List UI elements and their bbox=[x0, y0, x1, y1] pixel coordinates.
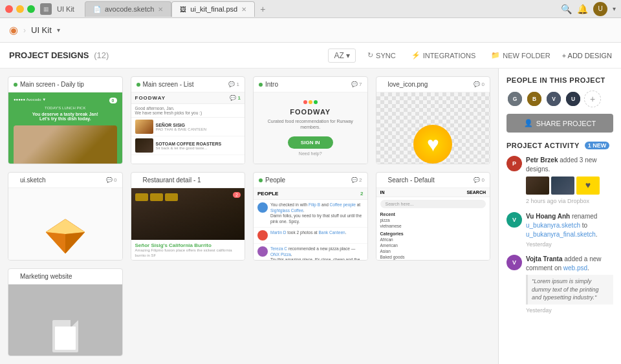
card-header: People 💬 2 bbox=[254, 173, 367, 188]
status-dot bbox=[14, 83, 17, 87]
designs-grid: Main screen - Daily tip ●●●●● Avocodo ▼ … bbox=[0, 69, 498, 364]
card-preview bbox=[8, 284, 122, 356]
sidebar: PEOPLE IN THIS PROJECT G B V U + 👤 SHARE… bbox=[498, 69, 621, 364]
status-dot bbox=[259, 178, 263, 182]
sync-button[interactable]: ↻ SYNC bbox=[364, 49, 400, 61]
activity-avatar-1: P bbox=[507, 156, 522, 171]
sub-toolbar: ◉ › UI Kit ▾ bbox=[0, 18, 621, 43]
svg-marker-1 bbox=[46, 219, 85, 234]
project-title: PROJECT DESIGNS (12) bbox=[9, 50, 109, 60]
card-label: love_icon.png bbox=[388, 81, 428, 88]
activity-item-3: V Vojta Tranta added a new comment on we… bbox=[507, 255, 613, 314]
integrations-button[interactable]: ⚡ INTEGRATIONS bbox=[408, 49, 480, 61]
card-label: Search - Default bbox=[388, 177, 435, 184]
card-preview: INSEARCH Search here... Recent pizza vie… bbox=[376, 188, 490, 260]
card-header: ui.sketch 💬 0 bbox=[8, 173, 122, 188]
comment-count: 💬 7 bbox=[351, 81, 362, 87]
add-design-button[interactable]: + ADD DESIGN bbox=[562, 52, 612, 59]
share-project-button[interactable]: 👤 SHARE PROJECT bbox=[507, 114, 613, 133]
status-dot bbox=[382, 178, 386, 182]
add-person-button[interactable]: + bbox=[584, 91, 601, 107]
comment-count: 💬 0 bbox=[106, 177, 117, 183]
activity-content-3: Vojta Tranta added a new comment on web.… bbox=[526, 255, 613, 314]
card-label: ui.sketch bbox=[20, 177, 45, 184]
design-card-people[interactable]: People 💬 2 PEOPLE 2 You checked in with … bbox=[253, 172, 368, 260]
status-dot bbox=[136, 178, 140, 182]
avatar-1: G bbox=[507, 91, 523, 107]
maximize-button[interactable] bbox=[27, 5, 35, 13]
activity-image-3: ♥ bbox=[576, 177, 600, 195]
user-dropdown-arrow[interactable]: ▾ bbox=[613, 5, 616, 12]
activity-link-3[interactable]: web.psd bbox=[563, 264, 587, 272]
card-header: Main screen - Daily tip bbox=[8, 77, 122, 92]
notifications-icon[interactable]: 🔔 bbox=[577, 4, 588, 14]
foodway-subtitle: Curated food recommendation for Runway m… bbox=[259, 118, 362, 130]
design-card-list[interactable]: Main screen - List 💬 1 FOODWAY 💬 1 Good … bbox=[131, 76, 246, 164]
design-card-intro[interactable]: Intro 💬 7 FOODWAY Curated food recommend… bbox=[253, 76, 368, 164]
user-avatar[interactable]: U bbox=[593, 2, 607, 16]
card-header: Search - Default 💬 0 bbox=[376, 173, 490, 188]
card-label: Main screen - Daily tip bbox=[20, 81, 84, 88]
design-card-daily-tip[interactable]: Main screen - Daily tip ●●●●● Avocodo ▼ … bbox=[8, 76, 123, 164]
tab-ui-kit-label: ui_kit_final.psd bbox=[190, 5, 237, 13]
design-card-ui-sketch[interactable]: ui.sketch 💬 0 bbox=[8, 172, 123, 260]
activity-image-1 bbox=[526, 177, 549, 195]
foodway-help: Need help? bbox=[299, 151, 322, 156]
traffic-lights bbox=[5, 5, 35, 13]
search-icon[interactable]: 🔍 bbox=[561, 4, 572, 14]
minimize-button[interactable] bbox=[16, 5, 24, 13]
tab-ui-kit[interactable]: 🖼 ui_kit_final.psd ✕ bbox=[171, 1, 255, 17]
close-button[interactable] bbox=[5, 5, 13, 13]
card-preview: ♥ bbox=[376, 92, 490, 164]
avocado-logo: ◉ bbox=[9, 24, 18, 36]
sketch-diamond-icon bbox=[43, 216, 88, 261]
svg-text:B: B bbox=[532, 96, 536, 102]
status-dot bbox=[14, 178, 17, 182]
app-name-label: UI Kit bbox=[57, 5, 74, 13]
title-bar: ▦ UI Kit 📄 avocode.sketch ✕ 🖼 ui_kit_fin… bbox=[0, 0, 621, 18]
app-icon: ▦ bbox=[40, 3, 52, 15]
card-label: Marketing website bbox=[20, 273, 72, 280]
design-card-search[interactable]: Search - Default 💬 0 INSEARCH Search her… bbox=[376, 172, 491, 260]
activity-link-1[interactable]: u_bukanyra.sketch bbox=[526, 222, 580, 229]
card-preview: FOODWAY 💬 1 Good afternoon, Jan.We have … bbox=[131, 92, 245, 164]
tab-avocode-label: avocode.sketch bbox=[105, 5, 154, 13]
activity-avatar-2: V bbox=[507, 212, 522, 228]
activity-item-1: P Petr Brzek added 3 new designs. ♥ 2 ho… bbox=[507, 156, 613, 206]
design-card-marketing[interactable]: Marketing website bbox=[8, 268, 123, 356]
activity-avatar-3: V bbox=[507, 255, 522, 270]
title-bar-right: 🔍 🔔 U ▾ bbox=[561, 2, 616, 16]
card-preview: 2 Señor Sisig's California Burrito Amazi… bbox=[131, 188, 245, 260]
activity-item-2: V Vu Hoang Anh renamed u_bukanyra.sketch… bbox=[507, 212, 613, 249]
folder-icon: 📁 bbox=[491, 51, 500, 59]
share-icon: 👤 bbox=[524, 119, 533, 127]
comment-count: 💬 1 bbox=[228, 81, 239, 87]
tab-ui-kit-close[interactable]: ✕ bbox=[241, 6, 246, 13]
foodway-signin[interactable]: SIGN IN bbox=[288, 136, 333, 149]
card-label: Intro bbox=[265, 81, 278, 88]
card-preview bbox=[8, 188, 122, 260]
breadcrumb-dropdown[interactable]: ▾ bbox=[57, 27, 60, 34]
card-header: Restaurant detail - 1 bbox=[131, 173, 245, 188]
comment-count: 💬 0 bbox=[474, 177, 485, 183]
breadcrumb-sep: › bbox=[23, 26, 26, 35]
card-preview: ●●●●● Avocodo ▼ 0 TODAY'S LUNCH PICK You… bbox=[8, 92, 122, 164]
card-header: Marketing website bbox=[8, 269, 122, 284]
add-tab-button[interactable]: + bbox=[255, 1, 270, 17]
tab-avocode-close[interactable]: ✕ bbox=[158, 6, 163, 13]
design-card-restaurant[interactable]: Restaurant detail - 1 2 Señor Sisig's Ca… bbox=[131, 172, 246, 260]
card-label: Restaurant detail - 1 bbox=[143, 177, 201, 184]
status-dot bbox=[14, 274, 17, 278]
design-card-love-icon[interactable]: love_icon.png 💬 0 ♥ bbox=[376, 76, 491, 164]
new-folder-button[interactable]: 📁 NEW FOLDER bbox=[487, 49, 554, 61]
project-header: PROJECT DESIGNS (12) AZ ▾ ↻ SYNC ⚡ INTEG… bbox=[0, 43, 621, 69]
activity-link-2[interactable]: u_bukanyra_final.sketch bbox=[526, 231, 596, 238]
avatar-3: V bbox=[545, 91, 562, 107]
new-badge: 1 NEW bbox=[585, 142, 610, 149]
comment-count: 💬 0 bbox=[474, 81, 485, 87]
tab-avocode[interactable]: 📄 avocode.sketch ✕ bbox=[85, 1, 171, 17]
svg-text:U: U bbox=[571, 96, 575, 102]
sort-button[interactable]: AZ ▾ bbox=[328, 48, 356, 63]
card-header: Intro 💬 7 bbox=[254, 77, 367, 92]
status-dot bbox=[259, 83, 263, 87]
